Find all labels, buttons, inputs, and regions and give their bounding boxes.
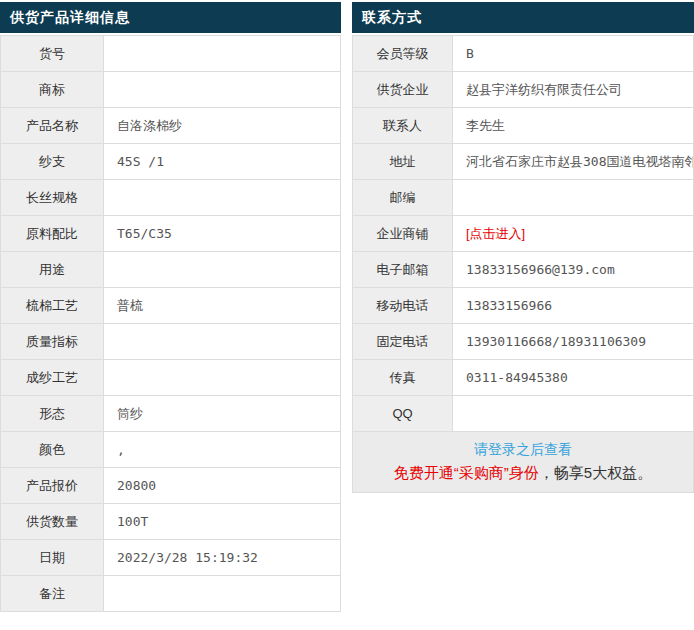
- field-label: 货号: [1, 36, 104, 72]
- promo-rest-text: ，畅享5大权益。: [539, 464, 652, 481]
- table-row: 邮编: [353, 180, 694, 216]
- field-label: 纱支: [1, 144, 104, 180]
- table-row: 质量指标: [1, 324, 341, 360]
- product-details-table: 货号 商标 产品名称 自洛涤棉纱 纱支 45S /1 长丝规格: [0, 35, 341, 612]
- field-value: 13930116668/18931106309: [453, 324, 694, 360]
- field-value: [104, 360, 341, 396]
- table-row: 纱支 45S /1: [1, 144, 341, 180]
- field-value: 13833156966: [453, 288, 694, 324]
- field-label: 邮编: [353, 180, 453, 216]
- field-value: [104, 72, 341, 108]
- field-value: 李先生: [453, 108, 694, 144]
- product-details-title: 供货产品详细信息: [0, 2, 341, 33]
- table-row: 电子邮箱 13833156966@139.com: [353, 252, 694, 288]
- table-row: 企业商铺 [点击进入]: [353, 216, 694, 252]
- field-value: 赵县宇洋纺织有限责任公司: [453, 72, 694, 108]
- shop-enter-link[interactable]: [点击进入]: [466, 226, 525, 241]
- contact-info-panel: 联系方式 会员等级 B 供货企业 赵县宇洋纺织有限责任公司 联系人 李先生 地址: [352, 2, 694, 612]
- table-row: 产品名称 自洛涤棉纱: [1, 108, 341, 144]
- table-row: QQ: [353, 396, 694, 432]
- field-label: 形态: [1, 396, 104, 432]
- field-label: 长丝规格: [1, 180, 104, 216]
- field-label: 企业商铺: [353, 216, 453, 252]
- page-content: 供货产品详细信息 货号 商标 产品名称 自洛涤棉纱 纱支 45S /1: [0, 0, 694, 612]
- login-notice: 请登录之后查看 免费开通“采购商”身份，畅享5大权益。: [352, 432, 694, 493]
- promo-line: 免费开通“采购商”身份，畅享5大权益。: [353, 461, 693, 485]
- table-row: 成纱工艺: [1, 360, 341, 396]
- table-row: 供货数量 100T: [1, 504, 341, 540]
- field-label: 产品名称: [1, 108, 104, 144]
- table-row: 梳棉工艺 普梳: [1, 288, 341, 324]
- field-label: 用途: [1, 252, 104, 288]
- field-label: 电子邮箱: [353, 252, 453, 288]
- field-value: [104, 252, 341, 288]
- field-label: 供货企业: [353, 72, 453, 108]
- field-value: B: [453, 36, 694, 72]
- table-row: 日期 2022/3/28 15:19:32: [1, 540, 341, 576]
- field-label: 原料配比: [1, 216, 104, 252]
- table-row: 商标: [1, 72, 341, 108]
- table-row: 供货企业 赵县宇洋纺织有限责任公司: [353, 72, 694, 108]
- field-value: 筒纱: [104, 396, 341, 432]
- field-value: 0311-84945380: [453, 360, 694, 396]
- field-value: [104, 36, 341, 72]
- table-row: 用途: [1, 252, 341, 288]
- field-value: 13833156966@139.com: [453, 252, 694, 288]
- field-label: 会员等级: [353, 36, 453, 72]
- table-row: 联系人 李先生: [353, 108, 694, 144]
- field-label: 梳棉工艺: [1, 288, 104, 324]
- table-row: 移动电话 13833156966: [353, 288, 694, 324]
- promo-buyer-link[interactable]: 免费开通“采购商”身份: [394, 464, 539, 481]
- table-row: 固定电话 13930116668/18931106309: [353, 324, 694, 360]
- contact-info-table: 会员等级 B 供货企业 赵县宇洋纺织有限责任公司 联系人 李先生 地址 河北省石…: [352, 35, 694, 432]
- field-value: [104, 576, 341, 612]
- field-value: T65/C35: [104, 216, 341, 252]
- table-row: 原料配比 T65/C35: [1, 216, 341, 252]
- contact-info-title: 联系方式: [352, 2, 694, 33]
- field-value: 自洛涤棉纱: [104, 108, 341, 144]
- table-row: 长丝规格: [1, 180, 341, 216]
- table-row: 备注: [1, 576, 341, 612]
- field-value: [453, 180, 694, 216]
- table-row: 颜色 ,: [1, 432, 341, 468]
- field-label: 产品报价: [1, 468, 104, 504]
- field-label: 移动电话: [353, 288, 453, 324]
- field-label: 备注: [1, 576, 104, 612]
- field-label: 颜色: [1, 432, 104, 468]
- field-value: [453, 396, 694, 432]
- field-label: 固定电话: [353, 324, 453, 360]
- table-row: 产品报价 20800: [1, 468, 341, 504]
- field-value: 20800: [104, 468, 341, 504]
- field-value: ,: [104, 432, 341, 468]
- login-prompt-line: 请登录之后查看: [353, 437, 693, 461]
- field-label: 日期: [1, 540, 104, 576]
- field-value: 河北省石家庄市赵县308国道电视塔南邻: [453, 144, 694, 180]
- table-row: 会员等级 B: [353, 36, 694, 72]
- table-row: 地址 河北省石家庄市赵县308国道电视塔南邻: [353, 144, 694, 180]
- field-label: QQ: [353, 396, 453, 432]
- table-row: 形态 筒纱: [1, 396, 341, 432]
- field-value: 100T: [104, 504, 341, 540]
- field-label: 联系人: [353, 108, 453, 144]
- field-label: 传真: [353, 360, 453, 396]
- field-value: [104, 324, 341, 360]
- field-label: 地址: [353, 144, 453, 180]
- field-value: [点击进入]: [453, 216, 694, 252]
- field-label: 质量指标: [1, 324, 104, 360]
- table-row: 传真 0311-84945380: [353, 360, 694, 396]
- table-row: 货号: [1, 36, 341, 72]
- field-label: 供货数量: [1, 504, 104, 540]
- field-label: 成纱工艺: [1, 360, 104, 396]
- field-value: 普梳: [104, 288, 341, 324]
- field-label: 商标: [1, 72, 104, 108]
- field-value: [104, 180, 341, 216]
- product-details-panel: 供货产品详细信息 货号 商标 产品名称 自洛涤棉纱 纱支 45S /1: [0, 2, 341, 612]
- field-value: 45S /1: [104, 144, 341, 180]
- login-link[interactable]: 请登录之后查看: [474, 441, 572, 457]
- field-value: 2022/3/28 15:19:32: [104, 540, 341, 576]
